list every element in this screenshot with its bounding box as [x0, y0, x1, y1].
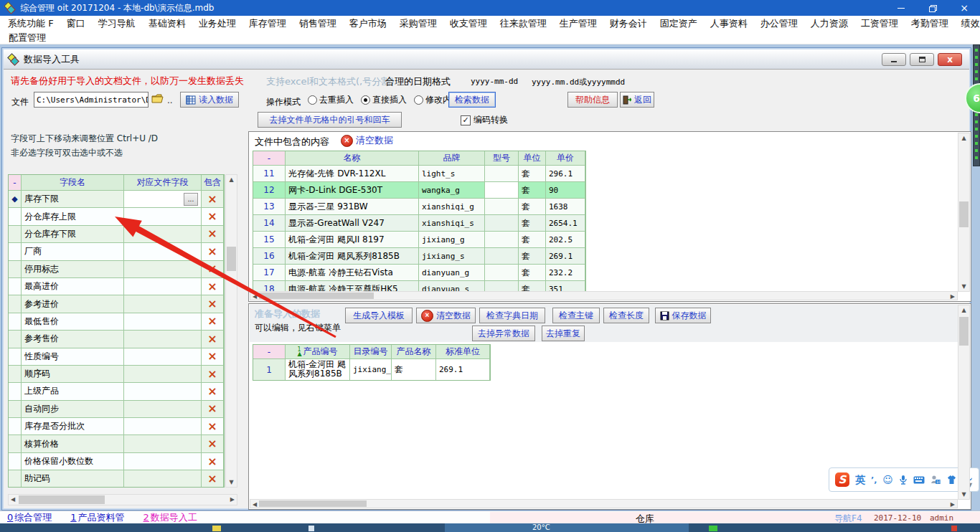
content-vscrollbar[interactable]: ▲ ▼: [958, 133, 970, 292]
field-row[interactable]: ◆ 最低售价 ... ×: [9, 313, 224, 331]
menu-item[interactable]: 收支管理: [443, 17, 494, 30]
content-row[interactable]: 13 显示器-三星 931BW xianshiqi_g 套 1638: [253, 199, 585, 215]
mode-radio[interactable]: 去重插入: [308, 94, 354, 106]
exclude-x-icon[interactable]: ×: [207, 386, 217, 397]
include-cell[interactable]: ×: [202, 418, 224, 435]
content-row[interactable]: 17 电源-航嘉 冷静王钻石Vista dianyuan_g 套 232.2: [253, 265, 585, 281]
close-button[interactable]: ×: [948, 0, 980, 16]
include-cell[interactable]: ×: [202, 295, 224, 313]
file-field-cell[interactable]: ...: [124, 191, 202, 208]
check-length-button[interactable]: 检查长度: [603, 308, 649, 323]
file-field-cell[interactable]: ...: [124, 435, 202, 452]
exclude-x-icon[interactable]: ×: [207, 211, 217, 222]
scroll-left-icon[interactable]: ◀: [11, 496, 15, 503]
field-name-cell[interactable]: 性质编号: [22, 348, 124, 366]
field-name-cell[interactable]: 助记码: [22, 470, 124, 488]
restore-button[interactable]: [917, 0, 948, 16]
file-field-cell[interactable]: ...: [124, 295, 202, 313]
return-button[interactable]: 返回: [620, 92, 654, 108]
cell-name[interactable]: 机箱-金河田 飓风II 8197: [286, 232, 419, 248]
read-data-button[interactable]: 读入数据: [180, 92, 239, 108]
cell-unit[interactable]: 套: [519, 166, 546, 182]
scroll-thumb[interactable]: [259, 293, 374, 299]
field-name-cell[interactable]: 核算价格: [22, 435, 124, 452]
include-cell[interactable]: ×: [202, 366, 224, 383]
dialog-minimize-button[interactable]: [882, 53, 906, 66]
field-name-cell[interactable]: 最高进价: [22, 278, 124, 295]
file-field-cell[interactable]: ...: [124, 418, 202, 435]
cell-unit[interactable]: 套: [519, 232, 546, 248]
file-path-input[interactable]: C:\Users\Administrator\Des: [34, 92, 149, 108]
include-cell[interactable]: ×: [202, 401, 224, 418]
exclude-x-icon[interactable]: ×: [207, 246, 217, 257]
include-cell[interactable]: ×: [202, 243, 224, 260]
field-name-cell[interactable]: 自动同步: [22, 401, 124, 418]
include-cell[interactable]: ×: [202, 313, 224, 331]
taskbar-icon[interactable]: [951, 526, 957, 531]
cell-standard-unit[interactable]: 269.1: [436, 359, 490, 381]
content-hscrollbar[interactable]: ◀ ▶: [250, 291, 958, 300]
file-field-cell[interactable]: ...: [124, 331, 202, 348]
cell-model[interactable]: [485, 265, 519, 281]
file-field-cell[interactable]: ...: [124, 470, 202, 488]
scroll-right-icon[interactable]: ▶: [951, 501, 955, 508]
exclude-x-icon[interactable]: ×: [207, 263, 217, 275]
window-tab[interactable]: 0综合管理: [7, 511, 52, 524]
scroll-up-icon[interactable]: ▲: [226, 176, 237, 183]
check-dict-date-button[interactable]: 检查字典日期: [479, 308, 545, 323]
field-row[interactable]: ◆ 价格保留小数位数 ... ×: [9, 453, 224, 470]
menu-item[interactable]: 考勤管理: [905, 17, 955, 30]
taskbar-icon[interactable]: [308, 526, 314, 531]
remove-abnormal-button[interactable]: 去掉异常数据: [472, 326, 535, 341]
field-row[interactable]: ◆ 最高进价 ... ×: [9, 278, 224, 295]
field-row[interactable]: ◆ 自动同步 ... ×: [9, 401, 224, 418]
cell-unit[interactable]: 套: [519, 281, 546, 292]
scroll-thumb[interactable]: [19, 495, 105, 504]
cell-unit[interactable]: 套: [519, 265, 546, 281]
file-field-cell[interactable]: ...: [124, 278, 202, 295]
field-row[interactable]: ◆ 库存下限 ... ×: [9, 191, 224, 208]
content-row[interactable]: 12 网卡-D-Link DGE-530T wangka_g 套 90: [253, 182, 585, 199]
file-field-cell[interactable]: ...: [124, 401, 202, 418]
cell-price[interactable]: 90: [546, 182, 585, 199]
active-task-segment[interactable]: [445, 523, 689, 532]
scroll-thumb[interactable]: [259, 500, 367, 507]
field-name-cell[interactable]: 库存下限: [22, 191, 124, 208]
file-field-cell[interactable]: ...: [124, 313, 202, 331]
cell-name[interactable]: 光存储-先锋 DVR-112XL: [286, 166, 419, 182]
cell-price[interactable]: 202.5: [546, 232, 585, 248]
include-cell[interactable]: ×: [202, 278, 224, 295]
include-cell[interactable]: ×: [202, 208, 224, 225]
field-row[interactable]: ◆ 核算价格 ... ×: [9, 435, 224, 452]
menu-item[interactable]: 学习导航: [92, 17, 142, 30]
exclude-x-icon[interactable]: ×: [207, 281, 217, 293]
include-cell[interactable]: ×: [202, 348, 224, 366]
include-cell[interactable]: ×: [202, 226, 224, 243]
include-cell[interactable]: ×: [202, 331, 224, 348]
cell-price[interactable]: 269.1: [546, 248, 585, 265]
mode-radio[interactable]: 直接插入: [361, 94, 407, 106]
import-vscrollbar[interactable]: ▲ ▼: [958, 305, 970, 500]
pick-file-field-button[interactable]: ...: [184, 193, 198, 206]
field-name-cell[interactable]: 库存是否分批次: [22, 418, 124, 435]
cell-catalog-code[interactable]: jixiang_s: [350, 359, 392, 381]
cell-model[interactable]: [485, 199, 519, 215]
exclude-x-icon[interactable]: ×: [207, 456, 217, 467]
cell-unit[interactable]: 套: [519, 215, 546, 232]
exclude-x-icon[interactable]: ×: [207, 228, 217, 239]
menu-item[interactable]: 人事资料: [704, 17, 754, 30]
scroll-left-icon[interactable]: ◀: [253, 501, 257, 508]
check-primary-key-button[interactable]: 检查主键: [552, 308, 600, 323]
cell-brand[interactable]: xianshiqi_g: [419, 199, 485, 215]
clear-import-data-button[interactable]: × 清空数据: [416, 308, 476, 323]
field-name-cell[interactable]: 顺序码: [22, 366, 124, 383]
user-level-icon[interactable]: 10: [930, 475, 941, 485]
file-field-cell[interactable]: ...: [124, 453, 202, 470]
field-name-cell[interactable]: 上级产品: [22, 383, 124, 400]
generate-template-button[interactable]: 生成导入模板: [345, 308, 413, 323]
scroll-left-icon[interactable]: ◀: [253, 293, 257, 300]
remove-duplicate-button[interactable]: 去掉重复: [542, 326, 585, 341]
exclude-x-icon[interactable]: ×: [207, 333, 217, 345]
field-name-cell[interactable]: 分仓库存上限: [22, 208, 124, 225]
cell-model[interactable]: [485, 182, 519, 199]
